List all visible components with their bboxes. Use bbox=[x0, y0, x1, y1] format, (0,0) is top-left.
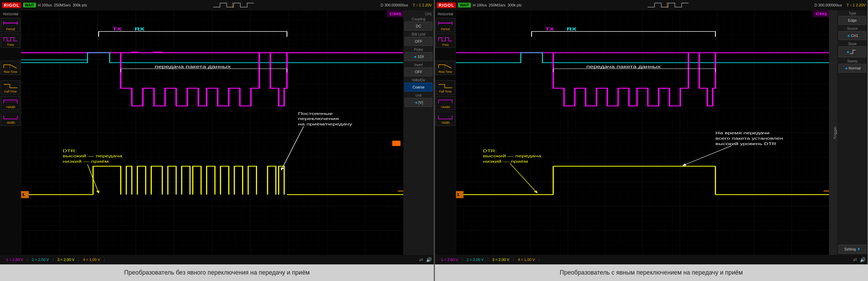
meas-freq-icon-right: Freq bbox=[436, 34, 455, 48]
annotation-packet-left-svg: передача пакета данных bbox=[155, 64, 231, 69]
dtr-annotation-right-svg: DTR: bbox=[483, 148, 497, 153]
svg-text:на приём/передачу: на приём/передачу bbox=[298, 122, 352, 126]
left-rigol-logo: RIGOL bbox=[2, 2, 21, 8]
meas-risetime-icon-left: Rise Time bbox=[1, 61, 20, 75]
left-scope: RIGOL WAIT H 100us 250MSa/s 300k pts D 3… bbox=[0, 0, 434, 281]
trigger-label: Trigger bbox=[833, 126, 837, 139]
ch1-badge-left-svg: CH1 bbox=[389, 12, 402, 16]
main-container: RIGOL WAIT H 100us 250MSa/s 300k pts D 3… bbox=[0, 0, 868, 264]
left-caption: Преобразователь без явного переключения … bbox=[124, 269, 310, 276]
rx-label-right-svg: RX bbox=[567, 26, 577, 32]
right-trigger-info: T ↑ 1 2.20V bbox=[847, 3, 866, 7]
sound-icon-left: 🔊 bbox=[426, 257, 432, 262]
svg-text:низкий — приём: низкий — приём bbox=[62, 159, 109, 163]
slope-icon-right bbox=[849, 49, 859, 55]
left-ch2-indicator: 2 = 2.00 V bbox=[27, 258, 53, 262]
left-ch1-value: 1 = 2.00 V bbox=[6, 258, 23, 262]
falltime-label-right: Fall Time bbox=[437, 90, 454, 93]
sweep-label-right: Sweep bbox=[838, 59, 866, 63]
probe-arrow-left: ◄ bbox=[413, 55, 417, 59]
meas-period-icon-left: Period bbox=[1, 18, 20, 32]
setting-label-right: Setting bbox=[844, 247, 856, 251]
period-label-right: Period bbox=[437, 27, 454, 31]
horizontal-label: Horizontal bbox=[1, 12, 20, 17]
left-timepos: D 300.000000us bbox=[381, 3, 408, 7]
edge-btn-right[interactable]: Edge bbox=[838, 16, 866, 25]
normal-btn-right[interactable]: ◄ Normal bbox=[838, 64, 866, 73]
svg-rect-37 bbox=[456, 10, 829, 255]
slope-btn-right[interactable]: ◄ bbox=[838, 46, 866, 57]
left-ch3-indicator: 3 = 2.00 V bbox=[53, 258, 79, 262]
falltime-label-left: Fall Time bbox=[2, 90, 19, 93]
freq-label-left: Freq bbox=[2, 43, 19, 46]
right-ch1-value: 1 = 2.00 V bbox=[441, 258, 458, 262]
bw-limit-label-left: BW Limit bbox=[405, 33, 432, 36]
meas-freq-icon-left: Freq bbox=[1, 34, 20, 48]
svg-text:высокий — передача: высокий — передача bbox=[62, 154, 123, 158]
right-trigger-waveform-icon bbox=[648, 2, 688, 8]
pluswidth-label-right: +Width bbox=[437, 105, 454, 109]
meas-pluswidth-icon-right: +Width bbox=[436, 96, 455, 110]
horizontal-label-right: Horizontal bbox=[436, 12, 455, 17]
invert-off-btn[interactable]: OFF bbox=[405, 67, 432, 76]
right-sample-rate: 250MSa/s bbox=[489, 3, 506, 7]
svg-rect-1 bbox=[4, 23, 17, 23]
svg-rect-8 bbox=[21, 10, 403, 255]
type-label-right: Type bbox=[838, 12, 866, 15]
coarse-btn-left[interactable]: Coarse bbox=[405, 83, 432, 92]
left-caption-row: Преобразователь без явного переключения … bbox=[0, 264, 434, 281]
voltsdiv-label-left: Volts/Div bbox=[405, 78, 432, 82]
slope-label-right: Slope bbox=[838, 42, 866, 46]
left-bottom-bar: 1 = 2.00 V 2 = 2.00 V 3 = 2.00 V 4 = 1.0… bbox=[0, 255, 434, 264]
meas-pluswidth-icon-left: +Width bbox=[1, 96, 20, 110]
right-caption-row: Преобразователь с явным переключением на… bbox=[435, 264, 868, 281]
svg-rect-31 bbox=[439, 23, 452, 23]
normal-value-right: Normal bbox=[849, 66, 861, 70]
svg-text:1: 1 bbox=[457, 193, 460, 197]
right-ch3-value: 3 = 2.00 V bbox=[492, 258, 509, 262]
right-ch4-value: 4 = 1.00 V bbox=[518, 258, 535, 262]
right-bottom-bar: 1 = 2.00 V 2 = 2.00 V 3 = 2.00 V 4 = 1.0… bbox=[435, 255, 868, 264]
right-ch2-value: 2 = 2.00 V bbox=[466, 258, 483, 262]
left-trigger-waveform-icon bbox=[213, 2, 254, 8]
right-scope: RIGOL WAIT H 100us 250MSa/s 300k pts D 3… bbox=[434, 0, 868, 281]
ch1-source-btn-right[interactable]: ◄ CH1 bbox=[838, 31, 866, 40]
right-top-bar: RIGOL WAIT H 100us 250MSa/s 300k pts D 3… bbox=[435, 0, 868, 10]
probe-label-left: Probe bbox=[405, 48, 432, 52]
svg-text:низкий — приём: низкий — приём bbox=[483, 159, 528, 163]
usb-icon-right: ⇄ bbox=[853, 257, 857, 262]
meas-minuswidth-icon-right: -Width bbox=[436, 112, 455, 126]
right-meas-panel: Horizontal Period Freq Rise Time Fa bbox=[435, 10, 456, 255]
right-scope-body: Horizontal Period Freq Rise Time Fa bbox=[435, 10, 868, 255]
svg-text:1: 1 bbox=[22, 193, 25, 197]
left-ch4-indicator: 4 = 1.00 V bbox=[79, 258, 104, 262]
left-side-menu: CH1 Coupling DC BW Limit OFF Probe ◄ 10X… bbox=[403, 10, 434, 255]
meas-risetime-icon-right: Rise Time bbox=[436, 61, 455, 75]
left-bottom-icons: ⇄ 🔊 bbox=[419, 257, 432, 262]
left-osc-svg: TX RX передача пакета данных DTR: высоки… bbox=[21, 10, 403, 255]
setting-arrow-right: ▼ bbox=[857, 247, 861, 251]
svg-rect-29 bbox=[392, 141, 400, 146]
bw-off-btn[interactable]: OFF bbox=[405, 37, 432, 46]
left-ch4-value: 4 = 1.00 V bbox=[83, 258, 100, 262]
unit-v-btn-left[interactable]: ◄ [V] bbox=[405, 98, 432, 107]
unit-value-left: [V] bbox=[419, 100, 423, 104]
switching-annotation-left-svg: Постоянные bbox=[298, 111, 333, 116]
svg-text:высокий — передача: высокий — передача bbox=[483, 154, 542, 158]
usb-icon-left: ⇄ bbox=[419, 257, 423, 262]
right-timebase: H 100us bbox=[473, 3, 487, 7]
spacer-left bbox=[1, 49, 20, 59]
risetime-label-left: Rise Time bbox=[2, 70, 19, 74]
left-top-bar: RIGOL WAIT H 100us 250MSa/s 300k pts D 3… bbox=[0, 0, 434, 10]
coupling-dc-btn[interactable]: DC bbox=[405, 22, 432, 31]
left-ch3-value: 3 = 2.00 V bbox=[57, 258, 74, 262]
probe-10x-btn[interactable]: ◄ 10X bbox=[405, 52, 432, 61]
period-label-left: Period bbox=[2, 27, 19, 31]
annotation-packet-right-svg: передача пакета данных bbox=[586, 64, 661, 69]
freq-label-right: Freq bbox=[437, 43, 454, 46]
right-osc-svg: TX RX передача пакета данных bbox=[456, 10, 829, 255]
source-label-right: Source bbox=[838, 27, 866, 31]
meas-falltime-icon-left: Fall Time bbox=[1, 80, 20, 95]
setting-btn-right[interactable]: Setting ▼ bbox=[838, 245, 866, 254]
right-status-badge: WAIT bbox=[458, 3, 471, 7]
